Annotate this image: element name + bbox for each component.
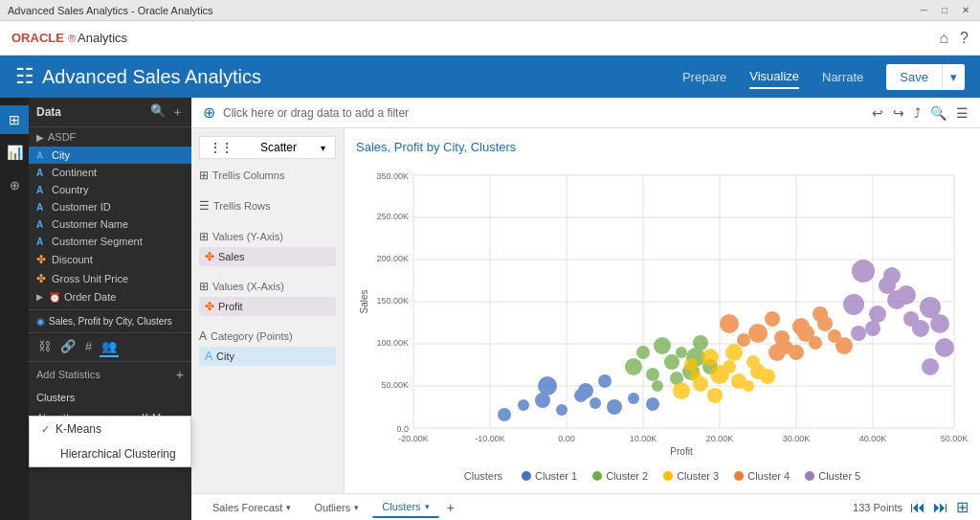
data-panel-actions: 🔍 ＋ xyxy=(150,103,184,121)
maximize-button[interactable]: □ xyxy=(938,4,951,17)
field-country[interactable]: A Country xyxy=(29,181,191,198)
save-dropdown-button[interactable]: ▾ xyxy=(942,64,965,90)
y-axis-labels: 0.0 50.00K 100.00K 150.00K 200.00K 250.0… xyxy=(376,171,409,434)
algorithm-dropdown: ✓ K-Means Hierarchical Clustering xyxy=(29,416,191,467)
field-customer-id[interactable]: A Customer ID xyxy=(29,198,191,215)
dropdown-item-hierarchical[interactable]: Hierarchical Clustering xyxy=(30,441,190,466)
undo-icon[interactable]: ↩ xyxy=(872,105,883,121)
analytics-icon-row: ⛓ 🔗 # 👥 xyxy=(29,333,191,362)
tab-outliers[interactable]: Outliers ▾ xyxy=(304,498,368,517)
svg-point-44 xyxy=(664,354,679,370)
city-field-chip[interactable]: A City xyxy=(199,347,336,366)
svg-text:150.00K: 150.00K xyxy=(376,296,409,305)
help-icon[interactable]: ? xyxy=(960,30,969,47)
svg-point-96 xyxy=(935,338,954,357)
sales-field-hash-icon: ✤ xyxy=(205,250,214,263)
add-data-icon[interactable]: ＋ xyxy=(171,103,184,121)
svg-point-41 xyxy=(598,374,612,388)
profit-field-chip[interactable]: ✤ Profit xyxy=(199,297,336,316)
svg-text:50.00K: 50.00K xyxy=(381,380,409,390)
save-button[interactable]: Save xyxy=(886,64,942,90)
grid-analytics-icon[interactable]: # xyxy=(83,337,94,357)
add-tab-button[interactable]: + xyxy=(447,500,455,515)
field-type-icon-customerid: A xyxy=(36,202,48,213)
zoom-icon[interactable]: 🔍 xyxy=(930,105,947,121)
field-city[interactable]: A City xyxy=(29,147,191,164)
clusters-section-label: Clusters xyxy=(36,392,184,403)
nav-forward-icon[interactable]: ⏭ xyxy=(933,499,948,516)
sidebar-icon-visualizations[interactable]: 📊 xyxy=(0,138,29,167)
tab-clusters[interactable]: Clusters ▾ xyxy=(372,497,438,518)
bottom-right: 133 Points ⏮ ⏭ ⊞ xyxy=(853,498,969,516)
tab-sales-forecast-arrow: ▾ xyxy=(286,503,291,512)
filter-add-text[interactable]: Click here or drag data to add a filter xyxy=(223,106,409,120)
search-data-icon[interactable]: 🔍 xyxy=(150,103,166,121)
tab-outliers-label: Outliers xyxy=(314,502,350,513)
svg-point-35 xyxy=(590,397,601,409)
svg-text:40.00K: 40.00K xyxy=(859,434,887,443)
trellis-rows-label: ☰ Trellis Rows xyxy=(199,199,336,213)
field-label-orderdate: Order Date xyxy=(64,291,116,303)
close-button[interactable]: ✕ xyxy=(959,4,972,17)
cluster-icon[interactable]: 👥 xyxy=(100,337,119,357)
data-source-icon: ▶ xyxy=(36,132,44,143)
nav-prepare[interactable]: Prepare xyxy=(682,66,726,88)
grid-view-icon[interactable]: ⊞ xyxy=(956,498,969,516)
field-label-country: Country xyxy=(52,184,89,195)
field-order-date[interactable]: ▶ ⏰ Order Date xyxy=(29,288,191,305)
field-discount[interactable]: ✤ Discount xyxy=(29,250,191,269)
sidebar-icon-strip: ⊞ 📊 ⊕ xyxy=(0,98,29,520)
field-type-icon-continent: A xyxy=(36,168,48,178)
data-panel-title: Data xyxy=(36,105,61,119)
svg-point-93 xyxy=(852,260,875,283)
add-statistics-plus[interactable]: + xyxy=(176,367,184,382)
values-x-text: Values (X-Axis) xyxy=(212,281,284,292)
home-icon[interactable]: ⌂ xyxy=(939,30,948,47)
legend-dot-cluster1 xyxy=(522,471,531,481)
field-gross-unit-price[interactable]: ✤ Gross Unit Price xyxy=(29,269,191,288)
redo-icon[interactable]: ↪ xyxy=(893,105,904,121)
trellis-rows-text: Trellis Rows xyxy=(213,200,271,212)
svg-point-76 xyxy=(768,344,786,361)
svg-text:0.00: 0.00 xyxy=(558,434,575,443)
sidebar-icon-data[interactable]: ⊞ xyxy=(0,105,29,134)
header-nav: Prepare Visualize Narrate Save ▾ xyxy=(682,64,965,90)
field-label-customersegment: Customer Segment xyxy=(52,236,143,247)
chart-area: Sales, Profit by City, Clusters xyxy=(345,128,980,493)
field-continent[interactable]: A Continent xyxy=(29,164,191,181)
dropdown-item-kmeans-label: K-Means xyxy=(56,422,101,436)
svg-text:30.00K: 30.00K xyxy=(783,434,811,443)
filter-add-icon[interactable]: ⊕ xyxy=(203,103,215,122)
sidebar-icon-filters[interactable]: ⊕ xyxy=(0,170,29,199)
nav-visualize[interactable]: Visualize xyxy=(749,65,799,89)
chart-section-label: Sales, Profit by City, Clusters xyxy=(49,316,172,327)
svg-point-63 xyxy=(707,388,723,403)
oracle-analytics-name: Analytics xyxy=(78,31,127,45)
svg-point-97 xyxy=(922,358,939,375)
svg-point-91 xyxy=(912,320,929,337)
field-type-icon-customername: A xyxy=(36,219,48,230)
svg-text:50.00K: 50.00K xyxy=(941,434,969,443)
nav-back-icon[interactable]: ⏮ xyxy=(910,499,925,516)
svg-point-64 xyxy=(725,344,743,361)
chart-section-title-row: ◉ Sales, Profit by City, Clusters xyxy=(29,310,191,332)
title-bar: Advanced Sales Analytics - Oracle Analyt… xyxy=(0,0,980,21)
nav-narrate[interactable]: Narrate xyxy=(822,66,863,88)
chart-type-selector[interactable]: ⋮⋮ Scatter ▾ xyxy=(199,136,336,159)
tab-sales-forecast[interactable]: Sales Forecast ▾ xyxy=(203,498,301,517)
link-icon[interactable]: ⛓ xyxy=(36,337,53,357)
field-customer-name[interactable]: A Customer Name xyxy=(29,215,191,233)
sales-field-chip[interactable]: ✤ Sales xyxy=(199,247,336,266)
legend-label-cluster3: Cluster 3 xyxy=(677,470,719,482)
svg-point-51 xyxy=(654,337,671,354)
y-axis-title: Sales xyxy=(359,289,369,313)
link2-icon[interactable]: 🔗 xyxy=(58,337,78,357)
share-icon[interactable]: ⤴ xyxy=(914,105,921,121)
menu-bar: ORACLE ® Analytics ⌂ ? xyxy=(0,21,980,56)
svg-point-82 xyxy=(737,333,750,347)
dropdown-item-kmeans[interactable]: ✓ K-Means xyxy=(30,417,190,441)
legend-label-cluster1: Cluster 1 xyxy=(535,470,577,482)
field-customer-segment[interactable]: A Customer Segment xyxy=(29,233,191,250)
menu-kebab-icon[interactable]: ☰ xyxy=(956,105,969,121)
minimize-button[interactable]: ─ xyxy=(917,4,930,17)
